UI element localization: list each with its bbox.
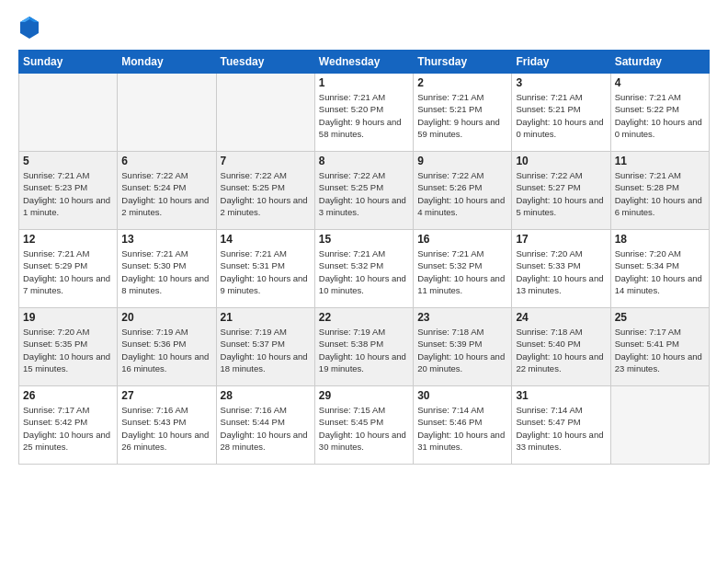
calendar-cell: 17Sunrise: 7:20 AM Sunset: 5:33 PM Dayli… xyxy=(512,230,610,308)
day-number: 1 xyxy=(319,76,409,89)
day-number: 21 xyxy=(221,311,311,324)
day-info: Sunrise: 7:19 AM Sunset: 5:38 PM Dayligh… xyxy=(319,326,409,374)
day-number: 11 xyxy=(615,155,705,167)
day-info: Sunrise: 7:17 AM Sunset: 5:41 PM Dayligh… xyxy=(615,326,705,374)
calendar-header-wednesday: Wednesday xyxy=(314,51,413,74)
calendar-cell: 5Sunrise: 7:21 AM Sunset: 5:23 PM Daylig… xyxy=(19,152,118,230)
day-info: Sunrise: 7:22 AM Sunset: 5:27 PM Dayligh… xyxy=(516,169,606,218)
day-info: Sunrise: 7:22 AM Sunset: 5:25 PM Dayligh… xyxy=(221,169,311,218)
day-number: 24 xyxy=(516,311,606,324)
calendar-week-row: 26Sunrise: 7:17 AM Sunset: 5:42 PM Dayli… xyxy=(19,386,710,465)
calendar-week-row: 12Sunrise: 7:21 AM Sunset: 5:29 PM Dayli… xyxy=(19,230,710,308)
calendar-cell: 10Sunrise: 7:22 AM Sunset: 5:27 PM Dayli… xyxy=(512,152,610,230)
day-info: Sunrise: 7:15 AM Sunset: 5:45 PM Dayligh… xyxy=(319,404,409,453)
calendar-cell: 25Sunrise: 7:17 AM Sunset: 5:41 PM Dayli… xyxy=(610,308,709,386)
day-info: Sunrise: 7:21 AM Sunset: 5:21 PM Dayligh… xyxy=(516,91,606,140)
day-number: 25 xyxy=(615,311,705,324)
day-number: 22 xyxy=(319,311,409,324)
day-number: 15 xyxy=(319,233,409,246)
day-number: 23 xyxy=(417,311,507,324)
calendar-header-saturday: Saturday xyxy=(610,51,709,74)
calendar-cell: 22Sunrise: 7:19 AM Sunset: 5:38 PM Dayli… xyxy=(314,308,413,386)
calendar-cell xyxy=(118,74,216,152)
day-info: Sunrise: 7:21 AM Sunset: 5:31 PM Dayligh… xyxy=(221,247,311,296)
calendar-cell: 15Sunrise: 7:21 AM Sunset: 5:32 PM Dayli… xyxy=(314,230,413,308)
day-info: Sunrise: 7:14 AM Sunset: 5:47 PM Dayligh… xyxy=(516,404,606,453)
day-info: Sunrise: 7:21 AM Sunset: 5:29 PM Dayligh… xyxy=(23,247,113,296)
calendar-header-row: SundayMondayTuesdayWednesdayThursdayFrid… xyxy=(19,51,710,74)
calendar-cell: 20Sunrise: 7:19 AM Sunset: 5:36 PM Dayli… xyxy=(118,308,216,386)
day-number: 9 xyxy=(417,155,507,167)
day-info: Sunrise: 7:21 AM Sunset: 5:28 PM Dayligh… xyxy=(615,169,705,218)
svg-marker-0 xyxy=(20,17,39,39)
calendar-header-monday: Monday xyxy=(118,51,216,74)
day-number: 13 xyxy=(121,233,211,246)
calendar-header-thursday: Thursday xyxy=(414,51,512,74)
day-number: 2 xyxy=(417,76,507,89)
calendar: SundayMondayTuesdayWednesdayThursdayFrid… xyxy=(18,50,710,465)
calendar-cell: 26Sunrise: 7:17 AM Sunset: 5:42 PM Dayli… xyxy=(19,386,118,465)
calendar-cell: 8Sunrise: 7:22 AM Sunset: 5:25 PM Daylig… xyxy=(314,152,413,230)
day-info: Sunrise: 7:14 AM Sunset: 5:46 PM Dayligh… xyxy=(417,404,507,453)
day-number: 28 xyxy=(221,389,311,402)
day-number: 31 xyxy=(516,389,606,402)
calendar-cell: 19Sunrise: 7:20 AM Sunset: 5:35 PM Dayli… xyxy=(19,308,118,386)
day-info: Sunrise: 7:17 AM Sunset: 5:42 PM Dayligh… xyxy=(23,404,113,453)
calendar-header-sunday: Sunday xyxy=(19,51,118,74)
day-info: Sunrise: 7:19 AM Sunset: 5:37 PM Dayligh… xyxy=(221,326,311,374)
calendar-cell: 28Sunrise: 7:16 AM Sunset: 5:44 PM Dayli… xyxy=(216,386,314,465)
day-number: 12 xyxy=(23,233,113,246)
day-info: Sunrise: 7:21 AM Sunset: 5:20 PM Dayligh… xyxy=(319,91,409,140)
calendar-cell: 11Sunrise: 7:21 AM Sunset: 5:28 PM Dayli… xyxy=(610,152,709,230)
calendar-cell: 12Sunrise: 7:21 AM Sunset: 5:29 PM Dayli… xyxy=(19,230,118,308)
calendar-cell: 23Sunrise: 7:18 AM Sunset: 5:39 PM Dayli… xyxy=(414,308,512,386)
day-number: 18 xyxy=(615,233,705,246)
calendar-cell: 14Sunrise: 7:21 AM Sunset: 5:31 PM Dayli… xyxy=(216,230,314,308)
calendar-cell: 21Sunrise: 7:19 AM Sunset: 5:37 PM Dayli… xyxy=(216,308,314,386)
day-info: Sunrise: 7:22 AM Sunset: 5:25 PM Dayligh… xyxy=(319,169,409,218)
logo xyxy=(18,15,44,40)
day-info: Sunrise: 7:21 AM Sunset: 5:23 PM Dayligh… xyxy=(23,169,113,218)
day-info: Sunrise: 7:18 AM Sunset: 5:39 PM Dayligh… xyxy=(417,326,507,374)
day-number: 8 xyxy=(319,155,409,167)
day-info: Sunrise: 7:21 AM Sunset: 5:32 PM Dayligh… xyxy=(417,247,507,296)
day-number: 20 xyxy=(121,311,211,324)
calendar-header-friday: Friday xyxy=(512,51,610,74)
calendar-week-row: 1Sunrise: 7:21 AM Sunset: 5:20 PM Daylig… xyxy=(19,74,710,152)
day-info: Sunrise: 7:21 AM Sunset: 5:22 PM Dayligh… xyxy=(615,91,705,140)
day-info: Sunrise: 7:22 AM Sunset: 5:24 PM Dayligh… xyxy=(121,169,211,218)
calendar-cell: 27Sunrise: 7:16 AM Sunset: 5:43 PM Dayli… xyxy=(118,386,216,465)
day-number: 29 xyxy=(319,389,409,402)
day-info: Sunrise: 7:22 AM Sunset: 5:26 PM Dayligh… xyxy=(417,169,507,218)
day-number: 16 xyxy=(417,233,507,246)
day-info: Sunrise: 7:16 AM Sunset: 5:44 PM Dayligh… xyxy=(221,404,311,453)
day-info: Sunrise: 7:21 AM Sunset: 5:32 PM Dayligh… xyxy=(319,247,409,296)
day-number: 27 xyxy=(121,389,211,402)
header xyxy=(18,15,710,40)
day-number: 10 xyxy=(516,155,606,167)
logo-icon xyxy=(18,15,40,40)
calendar-cell: 13Sunrise: 7:21 AM Sunset: 5:30 PM Dayli… xyxy=(118,230,216,308)
calendar-cell xyxy=(19,74,118,152)
day-info: Sunrise: 7:21 AM Sunset: 5:21 PM Dayligh… xyxy=(417,91,507,140)
day-number: 26 xyxy=(23,389,113,402)
calendar-cell: 2Sunrise: 7:21 AM Sunset: 5:21 PM Daylig… xyxy=(414,74,512,152)
calendar-cell xyxy=(610,386,709,465)
calendar-cell: 3Sunrise: 7:21 AM Sunset: 5:21 PM Daylig… xyxy=(512,74,610,152)
calendar-cell: 29Sunrise: 7:15 AM Sunset: 5:45 PM Dayli… xyxy=(314,386,413,465)
calendar-week-row: 19Sunrise: 7:20 AM Sunset: 5:35 PM Dayli… xyxy=(19,308,710,386)
day-info: Sunrise: 7:16 AM Sunset: 5:43 PM Dayligh… xyxy=(121,404,211,453)
calendar-week-row: 5Sunrise: 7:21 AM Sunset: 5:23 PM Daylig… xyxy=(19,152,710,230)
day-number: 7 xyxy=(221,155,311,167)
calendar-cell: 9Sunrise: 7:22 AM Sunset: 5:26 PM Daylig… xyxy=(414,152,512,230)
day-info: Sunrise: 7:19 AM Sunset: 5:36 PM Dayligh… xyxy=(121,326,211,374)
day-number: 14 xyxy=(221,233,311,246)
calendar-cell: 31Sunrise: 7:14 AM Sunset: 5:47 PM Dayli… xyxy=(512,386,610,465)
day-info: Sunrise: 7:21 AM Sunset: 5:30 PM Dayligh… xyxy=(121,247,211,296)
calendar-cell: 18Sunrise: 7:20 AM Sunset: 5:34 PM Dayli… xyxy=(610,230,709,308)
calendar-cell: 6Sunrise: 7:22 AM Sunset: 5:24 PM Daylig… xyxy=(118,152,216,230)
calendar-cell: 4Sunrise: 7:21 AM Sunset: 5:22 PM Daylig… xyxy=(610,74,709,152)
calendar-cell: 24Sunrise: 7:18 AM Sunset: 5:40 PM Dayli… xyxy=(512,308,610,386)
day-number: 17 xyxy=(516,233,606,246)
day-info: Sunrise: 7:20 AM Sunset: 5:34 PM Dayligh… xyxy=(615,247,705,296)
